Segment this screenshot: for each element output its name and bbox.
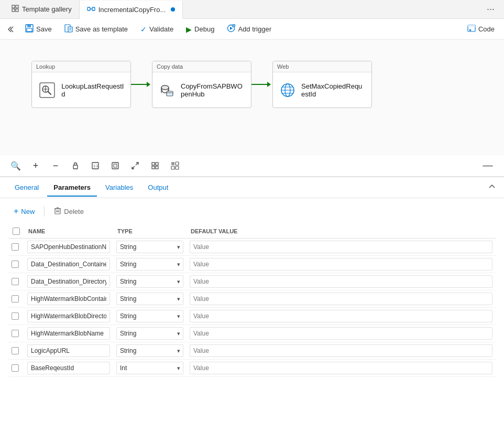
grid-tool[interactable] (148, 158, 162, 173)
fit-page-tool[interactable] (108, 158, 123, 173)
web-node[interactable]: Web SetMaxCopiedRequestId (272, 61, 372, 108)
param-name-input-6[interactable] (27, 344, 110, 357)
header-type: TYPE (113, 224, 187, 239)
validate-button[interactable]: ✓ Validate (135, 23, 179, 36)
lookup-node[interactable]: Lookup LookupLastRequestId (31, 61, 131, 108)
tab-incremental-label: IncrementalCopyFro... (98, 6, 166, 14)
param-type-select-6[interactable]: StringIntBoolArrayObjectFloatSecureStrin… (116, 344, 183, 357)
table-row: StringIntBoolArrayObjectFloatSecureStrin… (8, 342, 496, 360)
svg-rect-48 (156, 166, 158, 169)
param-name-input-3[interactable] (27, 293, 110, 305)
tab-incremental-copy[interactable]: IncrementalCopyFro... (80, 1, 183, 19)
header-checkbox-cell (8, 224, 24, 239)
param-value-input-1[interactable] (190, 258, 492, 271)
table-row: StringIntBoolArrayObjectFloatSecureStrin… (8, 239, 496, 256)
arrow-line-1 (131, 84, 147, 85)
tab-parameters[interactable]: Parameters (47, 179, 97, 197)
param-name-input-0[interactable] (27, 241, 110, 253)
row-checkbox-3[interactable] (12, 295, 19, 303)
tab-general[interactable]: General (8, 179, 45, 197)
tab-output[interactable]: Output (141, 179, 174, 197)
param-value-input-5[interactable] (190, 327, 492, 340)
row-checkbox-0[interactable] (12, 243, 19, 251)
param-value-input-2[interactable] (190, 275, 492, 288)
save-button[interactable]: Save (20, 22, 57, 36)
svg-rect-9 (27, 28, 32, 31)
tab-variables[interactable]: Variables (99, 179, 139, 197)
param-type-select-1[interactable]: StringIntBoolArrayObjectFloatSecureStrin… (116, 258, 183, 271)
svg-point-28 (161, 85, 169, 90)
svg-rect-4 (87, 7, 90, 10)
save-as-template-button[interactable]: Save as template (59, 22, 133, 36)
param-type-select-0[interactable]: StringIntBoolArrayObjectFloatSecureStrin… (116, 241, 183, 253)
tab-more-button[interactable]: ··· (481, 4, 500, 15)
save-as-template-label: Save as template (75, 25, 128, 33)
validate-icon: ✓ (140, 25, 147, 34)
param-name-input-4[interactable] (27, 310, 110, 322)
param-value-input-3[interactable] (190, 293, 492, 305)
svg-line-43 (132, 166, 135, 169)
svg-rect-52 (176, 166, 179, 169)
svg-rect-46 (156, 163, 158, 165)
row-checkbox-1[interactable] (12, 261, 19, 268)
search-tool[interactable]: 🔍 (8, 158, 23, 173)
copy-data-node[interactable]: Copy data CopyFromSAPBWOpenHub (152, 61, 251, 108)
expand-tool[interactable] (128, 158, 143, 173)
table-row: StringIntBoolArrayObjectFloatSecureStrin… (8, 256, 496, 273)
debug-button[interactable]: ▶ Debug (181, 23, 220, 36)
validate-label: Validate (149, 25, 173, 33)
param-name-input-7[interactable] (27, 362, 110, 374)
row-checkbox-7[interactable] (12, 364, 19, 372)
tab-template-gallery-label: Template gallery (22, 5, 72, 13)
params-table-head: NAME TYPE DEFAULT VALUE (8, 224, 496, 239)
svg-rect-8 (27, 25, 31, 27)
param-value-input-6[interactable] (190, 344, 492, 357)
arrow-head-2 (267, 82, 271, 87)
web-node-label: SetMaxCopiedRequestId (301, 82, 365, 98)
delete-param-button[interactable]: Delete (49, 205, 89, 218)
header-name: NAME (24, 224, 113, 239)
param-value-input-7[interactable] (190, 362, 492, 374)
row-checkbox-6[interactable] (12, 347, 19, 354)
subtract-tool[interactable]: − (48, 158, 63, 173)
param-name-input-5[interactable] (27, 327, 110, 340)
param-type-select-7[interactable]: StringIntBoolArrayObjectFloatSecureStrin… (116, 362, 183, 374)
param-type-select-4[interactable]: StringIntBoolArrayObjectFloatSecureStrin… (116, 310, 183, 322)
add-tool[interactable]: + (28, 158, 43, 173)
add-trigger-button[interactable]: Add trigger (222, 22, 277, 36)
param-type-select-5[interactable]: StringIntBoolArrayObjectFloatSecureStrin… (116, 327, 183, 340)
code-label: Code (478, 25, 495, 33)
select-all-checkbox[interactable] (13, 228, 20, 235)
collapse-panel-button[interactable] (4, 24, 16, 35)
svg-rect-3 (16, 9, 18, 12)
params-actions: + New Delete (8, 204, 496, 218)
lookup-node-label: LookupLastRequestId (61, 82, 124, 98)
param-name-input-2[interactable] (27, 275, 110, 288)
action-divider (44, 206, 45, 217)
svg-rect-6 (92, 7, 95, 10)
web-node-body: SetMaxCopiedRequestId (273, 72, 371, 107)
copy-data-node-body: CopyFromSAPBWOpenHub (152, 72, 251, 107)
svg-text:1:1: 1:1 (93, 164, 98, 168)
svg-rect-41 (112, 163, 118, 169)
fit100-tool[interactable]: 1:1 (88, 158, 103, 173)
collapse-bottom-panel-button[interactable] (488, 183, 496, 192)
param-type-select-2[interactable]: StringIntBoolArrayObjectFloatSecureStrin… (116, 275, 183, 288)
row-checkbox-4[interactable] (12, 312, 19, 320)
params-table: NAME TYPE DEFAULT VALUE StringIntBoolArr… (8, 224, 496, 377)
row-checkbox-5[interactable] (12, 330, 19, 337)
lock-tool[interactable] (68, 158, 83, 173)
arrange-tool[interactable] (168, 158, 182, 173)
new-param-button[interactable]: + New (8, 204, 40, 218)
param-value-input-0[interactable] (190, 241, 492, 253)
save-label: Save (36, 25, 52, 33)
param-name-input-1[interactable] (27, 258, 110, 271)
row-checkbox-2[interactable] (12, 278, 19, 285)
tab-template-gallery[interactable]: Template gallery (4, 0, 80, 18)
svg-rect-23 (40, 83, 54, 98)
params-table-header-row: NAME TYPE DEFAULT VALUE (8, 224, 496, 239)
add-trigger-label: Add trigger (238, 25, 271, 33)
param-value-input-4[interactable] (190, 310, 492, 322)
param-type-select-3[interactable]: StringIntBoolArrayObjectFloatSecureStrin… (116, 293, 183, 305)
code-button[interactable]: Code (462, 22, 500, 36)
